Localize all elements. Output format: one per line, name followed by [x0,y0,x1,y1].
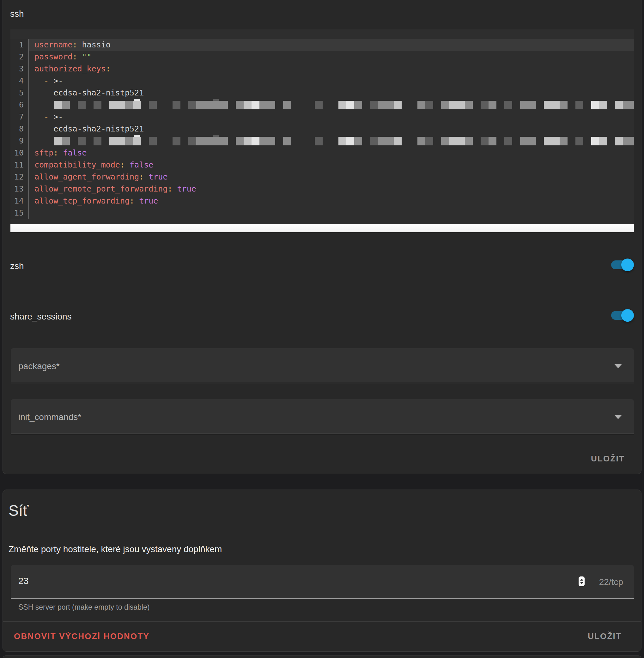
number-stepper-icon[interactable] [579,576,584,586]
redacted-key-mosaic [54,135,634,147]
code-line: 15 [10,207,634,219]
init-commands-select-label: init_commands* [18,412,81,422]
addon-config-card: ssh 1username: hassio2password: ""3autho… [2,0,642,474]
ssh-option-label: ssh [10,9,24,19]
line-number: 4 [10,75,29,87]
zsh-option-label: zsh [10,261,24,271]
save-config-button[interactable]: ULOŽIT [591,454,625,463]
code-line: 3authorized_keys: [10,63,634,75]
line-number: 13 [10,183,29,195]
next-card-top-edge [2,656,642,658]
network-card-subtitle: Změňte porty hostitele, které jsou vysta… [8,544,222,554]
line-number: 6 [10,99,29,111]
ssh-port-helper-text: SSH server port (make empty to disable) [18,603,150,612]
container-port-label: 22/tcp [599,577,623,587]
line-number: 10 [10,147,29,159]
code-line: 6 [10,99,634,111]
line-number: 14 [10,195,29,207]
share-sessions-option-label: share_sessions [10,312,72,322]
network-card-title: Síť [8,502,28,519]
ssh-port-field: 22/tcp [11,565,634,599]
code-line: 5 ecdsa-sha2-nistp521 [10,87,634,99]
packages-select[interactable]: packages* [11,348,634,383]
code-line: 13allow_remote_port_forwarding: true [10,183,634,195]
line-number: 1 [10,39,29,51]
ssh-port-input[interactable] [18,576,555,586]
code-line: 7 - >- [10,111,634,123]
code-line: 8 ecdsa-sha2-nistp521 [10,123,634,135]
chevron-down-icon [614,364,622,368]
line-number: 9 [10,135,29,147]
toggle-thumb-icon [621,309,634,322]
share-sessions-toggle[interactable] [611,309,634,322]
line-number: 15 [10,207,29,219]
stepper-up-icon [580,579,583,581]
code-line: 9 [10,135,634,147]
line-number: 8 [10,123,29,135]
stepper-down-icon [580,582,583,584]
network-card: Síť Změňte porty hostitele, které jsou v… [2,490,642,652]
code-line: 11compatibility_mode: false [10,159,634,171]
yaml-code-editor[interactable]: 1username: hassio2password: ""3authorize… [10,29,634,232]
code-line: 10sftp: false [10,147,634,159]
save-network-button[interactable]: ULOŽIT [588,632,622,641]
reset-defaults-button[interactable]: OBNOVIT VÝCHOZÍ HODNOTY [14,632,150,641]
zsh-toggle[interactable] [611,258,634,271]
code-lines: 1username: hassio2password: ""3authorize… [10,29,634,224]
line-number: 5 [10,87,29,99]
line-number: 11 [10,159,29,171]
code-line: 2password: "" [10,51,634,63]
line-number: 7 [10,111,29,123]
code-line: 12allow_agent_forwarding: true [10,171,634,183]
code-line: 1username: hassio [10,39,634,51]
redacted-key-mosaic [54,99,634,111]
line-number: 12 [10,171,29,183]
card-footer-divider [3,621,641,622]
code-line: 4 - >- [10,75,634,87]
init-commands-select[interactable]: init_commands* [11,399,634,434]
code-line: 14allow_tcp_forwarding: true [10,195,634,207]
toggle-thumb-icon [621,258,634,271]
line-number: 3 [10,63,29,75]
packages-select-label: packages* [18,361,60,371]
chevron-down-icon [614,415,622,419]
line-number: 2 [10,51,29,63]
editor-horizontal-scrollbar[interactable] [10,224,634,232]
